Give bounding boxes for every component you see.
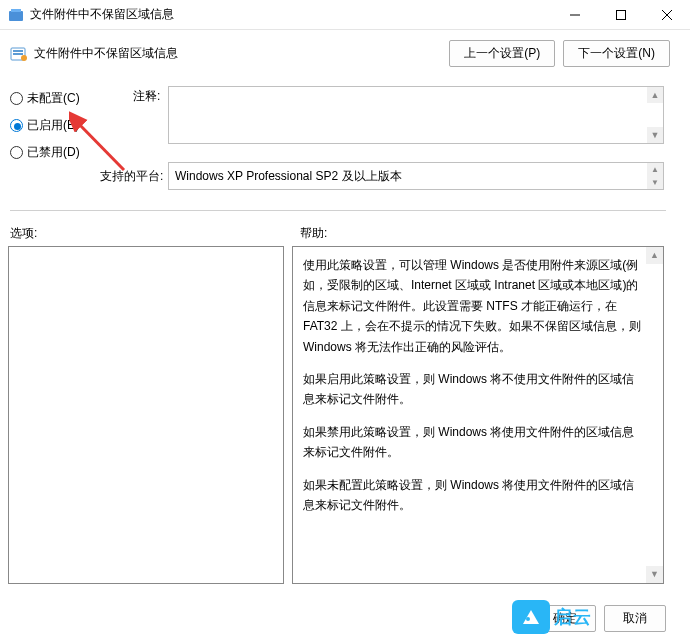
- ok-button[interactable]: 确定: [534, 605, 596, 632]
- help-paragraph: 如果禁用此策略设置，则 Windows 将使用文件附件的区域信息来标记文件附件。: [303, 422, 641, 463]
- window-title: 文件附件中不保留区域信息: [30, 6, 552, 23]
- maximize-button[interactable]: [598, 0, 644, 29]
- help-paragraph: 如果未配置此策略设置，则 Windows 将使用文件附件的区域信息来标记文件附件…: [303, 475, 641, 516]
- radio-enabled[interactable]: 已启用(E): [10, 117, 80, 134]
- comment-textarea[interactable]: ▲ ▼: [168, 86, 664, 144]
- divider: [10, 210, 666, 211]
- radio-icon: [10, 146, 23, 159]
- help-paragraph: 使用此策略设置，可以管理 Windows 是否使用附件来源区域(例如，受限制的区…: [303, 255, 641, 357]
- scroll-up-icon[interactable]: ▲: [646, 247, 663, 264]
- svg-rect-3: [617, 10, 626, 19]
- svg-rect-1: [11, 9, 21, 12]
- app-icon: [8, 7, 24, 23]
- radio-label: 未配置(C): [27, 90, 80, 107]
- radio-icon: [10, 119, 23, 132]
- scroll-up-icon[interactable]: ▲: [647, 163, 663, 176]
- state-radio-group: 未配置(C) 已启用(E) 已禁用(D): [10, 90, 80, 161]
- comment-label: 注释:: [133, 88, 160, 105]
- help-paragraph: 如果启用此策略设置，则 Windows 将不使用文件附件的区域信息来标记文件附件…: [303, 369, 641, 410]
- nav-buttons: 上一个设置(P) 下一个设置(N): [449, 40, 680, 67]
- svg-rect-8: [13, 53, 23, 55]
- next-setting-button[interactable]: 下一个设置(N): [563, 40, 670, 67]
- svg-line-11: [77, 122, 124, 170]
- platform-text: Windows XP Professional SP2 及以上版本: [175, 169, 402, 183]
- scroll-down-icon[interactable]: ▼: [647, 127, 663, 143]
- prev-setting-button[interactable]: 上一个设置(P): [449, 40, 555, 67]
- minimize-button[interactable]: [552, 0, 598, 29]
- platform-label: 支持的平台:: [100, 168, 163, 185]
- radio-disabled[interactable]: 已禁用(D): [10, 144, 80, 161]
- scroll-down-icon[interactable]: ▼: [647, 176, 663, 189]
- help-label: 帮助:: [300, 225, 327, 242]
- svg-rect-0: [9, 11, 23, 21]
- platform-textarea[interactable]: Windows XP Professional SP2 及以上版本 ▲ ▼: [168, 162, 664, 190]
- radio-not-configured[interactable]: 未配置(C): [10, 90, 80, 107]
- scroll-down-icon[interactable]: ▼: [646, 566, 663, 583]
- options-label: 选项:: [10, 225, 37, 242]
- close-button[interactable]: [644, 0, 690, 29]
- scroll-up-icon[interactable]: ▲: [647, 87, 663, 103]
- help-panel: 使用此策略设置，可以管理 Windows 是否使用附件来源区域(例如，受限制的区…: [292, 246, 664, 584]
- svg-point-10: [526, 617, 530, 621]
- header-title: 文件附件中不保留区域信息: [34, 45, 449, 62]
- svg-rect-7: [13, 50, 23, 52]
- titlebar: 文件附件中不保留区域信息: [0, 0, 690, 30]
- radio-label: 已禁用(D): [27, 144, 80, 161]
- cancel-button[interactable]: 取消: [604, 605, 666, 632]
- dialog-buttons: 确定 取消: [534, 605, 666, 632]
- svg-point-9: [21, 55, 27, 61]
- window-controls: [552, 0, 690, 29]
- options-panel: [8, 246, 284, 584]
- policy-icon: [10, 45, 28, 63]
- radio-icon: [10, 92, 23, 105]
- radio-label: 已启用(E): [27, 117, 79, 134]
- header-row: 文件附件中不保留区域信息 上一个设置(P) 下一个设置(N): [0, 30, 690, 73]
